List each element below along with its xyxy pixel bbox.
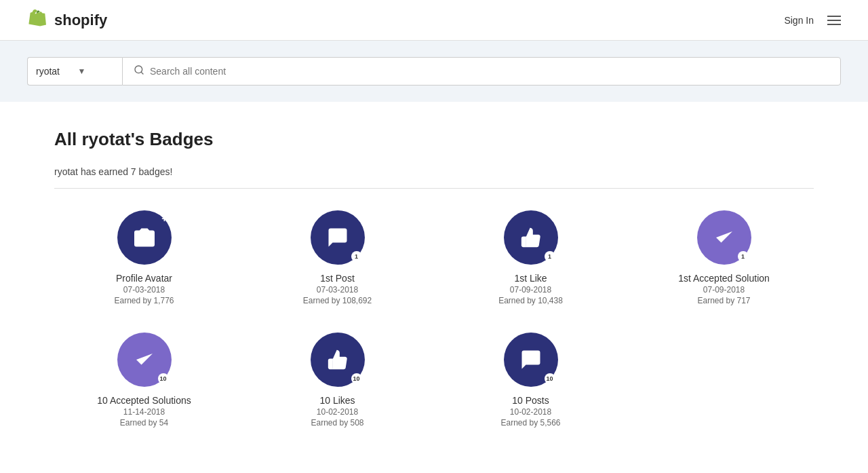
badge-name-1st-post: 1st Post bbox=[320, 273, 355, 284]
camera-icon bbox=[132, 225, 157, 250]
badge-number-1st-accepted-solution: 1 bbox=[738, 251, 749, 262]
badge-number-10-likes: 10 bbox=[351, 373, 362, 384]
logo-area: shopify bbox=[27, 10, 107, 31]
badge-name-1st-like: 1st Like bbox=[514, 273, 547, 284]
badge-circle-10-likes: 10 bbox=[311, 333, 365, 387]
header: shopify Sign In bbox=[0, 0, 868, 41]
check-large-icon bbox=[132, 347, 157, 372]
earned-summary: ryotat has earned 7 badges! bbox=[54, 166, 814, 177]
page-title: All ryotat's Badges bbox=[54, 129, 814, 150]
section-divider bbox=[54, 188, 814, 189]
check-icon bbox=[712, 225, 736, 250]
search-input-wrapper bbox=[122, 57, 841, 86]
speech-bubble-icon bbox=[326, 225, 350, 250]
badge-earned-10-likes: Earned by 508 bbox=[311, 418, 363, 428]
search-input[interactable] bbox=[150, 66, 829, 77]
badge-item-1st-accepted-solution: 1 1st Accepted Solution 07-09-2018 Earne… bbox=[634, 210, 814, 305]
main-content: All ryotat's Badges ryotat has earned 7 … bbox=[0, 102, 868, 455]
badge-date-1st-post: 07-03-2018 bbox=[317, 285, 358, 295]
badge-item-10-posts: 10 10 Posts 10-02-2018 Earned by 5,566 bbox=[441, 333, 620, 428]
badge-date-10-accepted-solutions: 11-14-2018 bbox=[123, 407, 165, 417]
badge-item-1st-like: 1 1st Like 07-09-2018 Earned by 10,438 bbox=[441, 210, 620, 305]
header-right: Sign In bbox=[784, 15, 841, 26]
badge-name-10-accepted-solutions: 10 Accepted Solutions bbox=[97, 395, 191, 406]
thumbs-up-large-icon bbox=[326, 348, 349, 371]
sign-in-link[interactable]: Sign In bbox=[784, 15, 814, 26]
badges-grid-row2: 10 10 Accepted Solutions 11-14-2018 Earn… bbox=[54, 333, 814, 428]
hamburger-menu[interactable] bbox=[827, 16, 841, 25]
badge-number-10-accepted-solutions: 10 bbox=[158, 373, 169, 384]
badge-date-1st-accepted-solution: 07-09-2018 bbox=[703, 285, 745, 295]
search-icon bbox=[134, 64, 144, 78]
badge-number-1st-post: 1 bbox=[351, 251, 362, 262]
badge-earned-1st-like: Earned by 10,438 bbox=[498, 296, 563, 305]
badge-item-1st-post: 1 1st Post 07-03-2018 Earned by 108,692 bbox=[248, 210, 427, 305]
badge-date-profile-avatar: 07-03-2018 bbox=[123, 285, 165, 295]
badge-date-10-posts: 10-02-2018 bbox=[510, 407, 551, 417]
badge-earned-10-accepted-solutions: Earned by 54 bbox=[120, 418, 168, 428]
badge-name-10-posts: 10 Posts bbox=[512, 395, 549, 406]
chevron-down-icon: ▼ bbox=[78, 67, 115, 76]
badge-earned-1st-accepted-solution: Earned by 717 bbox=[697, 296, 750, 305]
badge-circle-1st-like: 1 bbox=[504, 210, 558, 265]
badge-circle-1st-post: 1 bbox=[311, 210, 365, 265]
badge-name-1st-accepted-solution: 1st Accepted Solution bbox=[678, 273, 770, 284]
badge-circle-10-posts: 10 bbox=[504, 333, 558, 387]
speech-bubble-large-icon bbox=[519, 347, 543, 372]
search-scope-label: ryotat bbox=[36, 66, 73, 77]
badge-earned-1st-post: Earned by 108,692 bbox=[303, 296, 372, 305]
badge-number-1st-like: 1 bbox=[545, 251, 555, 262]
badge-name-profile-avatar: Profile Avatar bbox=[116, 273, 172, 284]
badge-name-10-likes: 10 Likes bbox=[319, 395, 355, 406]
badge-earned-profile-avatar: Earned by 1,776 bbox=[114, 296, 174, 305]
search-scope-dropdown[interactable]: ryotat ▼ bbox=[27, 57, 122, 86]
badge-earned-10-posts: Earned by 5,566 bbox=[500, 418, 560, 428]
badge-number-10-posts: 10 bbox=[545, 373, 555, 384]
shopify-logo-icon bbox=[27, 10, 49, 31]
badges-grid-row1: + Profile Avatar 07-03-2018 Earned by 1,… bbox=[54, 210, 814, 305]
badge-date-10-likes: 10-02-2018 bbox=[317, 407, 358, 417]
badge-circle-1st-accepted-solution: 1 bbox=[697, 210, 751, 265]
badge-date-1st-like: 07-09-2018 bbox=[510, 285, 551, 295]
svg-line-1 bbox=[141, 72, 143, 74]
search-area: ryotat ▼ bbox=[0, 41, 868, 102]
badge-circle-10-accepted-solutions: 10 bbox=[117, 333, 172, 387]
badge-item-10-accepted-solutions: 10 10 Accepted Solutions 11-14-2018 Earn… bbox=[54, 333, 234, 428]
badge-item-10-likes: 10 10 Likes 10-02-2018 Earned by 508 bbox=[248, 333, 427, 428]
badge-circle-profile-avatar: + bbox=[117, 210, 172, 265]
badge-item-profile-avatar: + Profile Avatar 07-03-2018 Earned by 1,… bbox=[54, 210, 234, 305]
logo-text: shopify bbox=[54, 12, 107, 29]
thumbs-up-icon bbox=[519, 226, 542, 249]
